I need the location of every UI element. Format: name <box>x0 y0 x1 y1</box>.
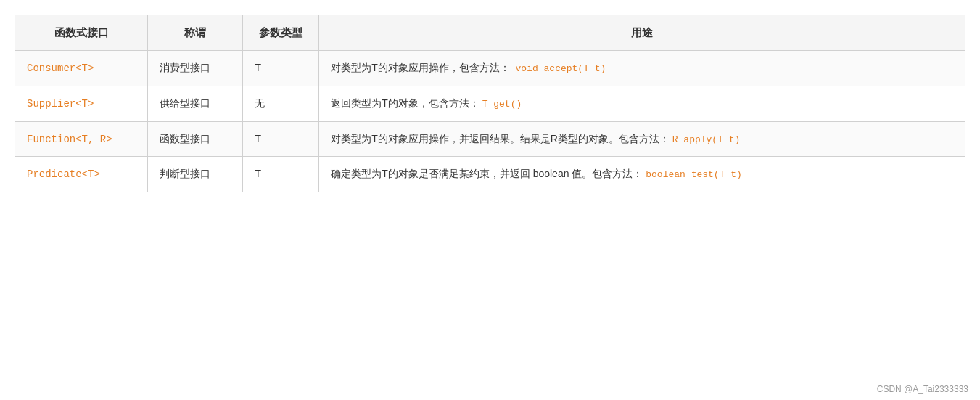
usage-code: T get() <box>482 99 522 110</box>
header-usage: 用途 <box>319 15 965 51</box>
interface-name: Predicate<T> <box>27 168 100 180</box>
usage-code: boolean test(T t) <box>646 169 742 180</box>
cell-interface: Consumer<T> <box>15 51 148 86</box>
header-name: 称谓 <box>148 15 243 51</box>
cell-name: 判断型接口 <box>148 157 243 192</box>
usage-code: R apply(T t) <box>672 134 741 145</box>
page-wrapper: 函数式接口 称谓 参数类型 用途 Consumer<T> 消费型接口 T 对类型… <box>0 0 980 400</box>
usage-text: 确定类型为T的对象是否满足某约束，并返回 boolean 值。包含方法： <box>331 168 643 179</box>
watermark: CSDN @A_Tai2333333 <box>877 384 968 394</box>
functional-interface-table: 函数式接口 称谓 参数类型 用途 Consumer<T> 消费型接口 T 对类型… <box>15 15 965 192</box>
usage-text: 对类型为T的对象应用操作，包含方法： <box>331 62 510 73</box>
usage-text: 对类型为T的对象应用操作，并返回结果。结果是R类型的对象。包含方法： <box>331 133 670 144</box>
cell-interface: Predicate<T> <box>15 157 148 192</box>
interface-name: Supplier<T> <box>27 98 94 110</box>
table-row: Predicate<T> 判断型接口 T 确定类型为T的对象是否满足某约束，并返… <box>15 157 965 192</box>
usage-code: void accept(T t) <box>516 63 606 74</box>
cell-param-type: T <box>243 121 319 157</box>
table-row: Supplier<T> 供给型接口 无 返回类型为T的对象，包含方法： T ge… <box>15 86 965 121</box>
cell-usage: 返回类型为T的对象，包含方法： T get() <box>319 86 965 121</box>
cell-param-type: T <box>243 51 319 86</box>
cell-usage: 对类型为T的对象应用操作，并返回结果。结果是R类型的对象。包含方法： R app… <box>319 121 965 157</box>
cell-param-type: 无 <box>243 86 319 121</box>
cell-interface: Supplier<T> <box>15 86 148 121</box>
table-header-row: 函数式接口 称谓 参数类型 用途 <box>15 15 965 51</box>
cell-usage: 确定类型为T的对象是否满足某约束，并返回 boolean 值。包含方法： boo… <box>319 157 965 192</box>
table-row: Consumer<T> 消费型接口 T 对类型为T的对象应用操作，包含方法： v… <box>15 51 965 86</box>
interface-name: Consumer<T> <box>27 62 94 74</box>
cell-param-type: T <box>243 157 319 192</box>
cell-name: 消费型接口 <box>148 51 243 86</box>
header-interface: 函数式接口 <box>15 15 148 51</box>
cell-usage: 对类型为T的对象应用操作，包含方法： void accept(T t) <box>319 51 965 86</box>
usage-text: 返回类型为T的对象，包含方法： <box>331 97 479 109</box>
header-param-type: 参数类型 <box>243 15 319 51</box>
table-row: Function<T, R> 函数型接口 T 对类型为T的对象应用操作，并返回结… <box>15 121 965 157</box>
cell-name: 函数型接口 <box>148 121 243 157</box>
interface-name: Function<T, R> <box>27 134 112 145</box>
cell-interface: Function<T, R> <box>15 121 148 157</box>
cell-name: 供给型接口 <box>148 86 243 121</box>
